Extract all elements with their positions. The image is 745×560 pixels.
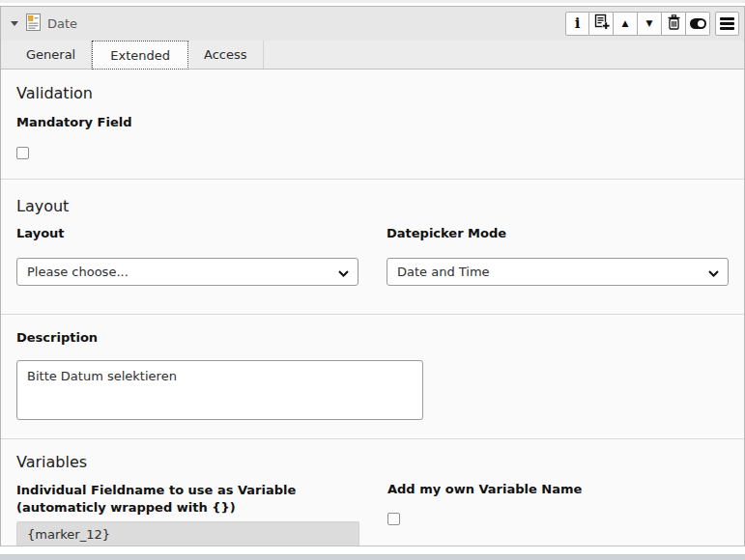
trash-icon — [667, 14, 681, 34]
delete-button[interactable] — [662, 12, 686, 36]
datepicker-select-value: Date and Time — [397, 265, 708, 279]
tab-extended[interactable]: Extended — [92, 41, 188, 70]
panel-toolbar: i — [565, 12, 739, 36]
move-up-button[interactable]: ▲ — [614, 12, 638, 36]
validation-heading: Validation — [16, 84, 729, 102]
arrow-down-icon: ▼ — [646, 19, 653, 28]
arrow-up-icon: ▲ — [622, 19, 629, 28]
mandatory-field-label: Mandatory Field — [16, 115, 729, 130]
duplicate-button[interactable] — [589, 12, 614, 36]
tab-access[interactable]: Access — [188, 41, 264, 69]
tab-bar: General Extended Access — [1, 41, 744, 70]
section-validation: Validation Mandatory Field — [16, 70, 729, 179]
fieldname-variable-input[interactable] — [16, 521, 359, 546]
add-own-variable-label: Add my own Variable Name — [387, 482, 729, 497]
duplicate-icon — [593, 14, 610, 34]
menu-button[interactable] — [715, 12, 739, 36]
tab-general[interactable]: General — [11, 41, 92, 69]
move-down-button[interactable]: ▼ — [638, 12, 662, 36]
section-variables: Variables Individual Fieldname to use as… — [16, 439, 729, 546]
variables-heading: Variables — [16, 453, 729, 471]
info-icon: i — [575, 16, 581, 31]
toggle-visibility-button[interactable] — [686, 12, 710, 36]
toolbar-button-group: i — [565, 12, 710, 36]
datepicker-mode-select[interactable]: Date and Time — [387, 258, 729, 286]
add-own-variable-checkbox[interactable] — [387, 513, 400, 525]
fieldname-label-line2: (automaticly wrapped with {}) — [16, 499, 359, 517]
layout-heading: Layout — [16, 197, 729, 215]
fieldname-label: Individual Fieldname to use as Variable … — [16, 482, 359, 517]
tab-label: Extended — [110, 48, 170, 63]
panel-title: Date — [47, 16, 77, 31]
info-button[interactable]: i — [565, 12, 589, 36]
datepicker-mode-label: Datepicker Mode — [387, 226, 729, 241]
description-label: Description — [16, 330, 729, 346]
layout-select[interactable]: Please choose... — [16, 258, 358, 286]
panel-header: Date i — [1, 7, 744, 41]
form-field-icon — [26, 14, 41, 35]
tab-label: Access — [204, 47, 247, 62]
layout-field-label: Layout — [16, 226, 358, 241]
page-bottom-strip — [0, 554, 745, 560]
tab-content-extended: Validation Mandatory Field Layout Layout… — [1, 70, 744, 546]
fieldname-label-line1: Individual Fieldname to use as Variable — [16, 482, 359, 499]
mandatory-field-checkbox[interactable] — [16, 147, 29, 159]
toggle-on-icon — [690, 18, 706, 29]
description-textarea[interactable]: Bitte Datum selektieren — [16, 360, 423, 420]
tab-label: General — [26, 47, 75, 62]
chevron-down-icon — [338, 263, 349, 281]
layout-select-value: Please choose... — [27, 265, 338, 279]
chevron-down-icon — [708, 263, 719, 281]
collapse-caret-icon[interactable] — [11, 21, 18, 26]
hamburger-menu-icon — [720, 17, 734, 30]
section-description: Description Bitte Datum selektieren — [16, 315, 729, 438]
form-field-panel: Date i — [0, 6, 745, 546]
section-layout: Layout Layout Please choose... Datepicke… — [16, 180, 729, 314]
